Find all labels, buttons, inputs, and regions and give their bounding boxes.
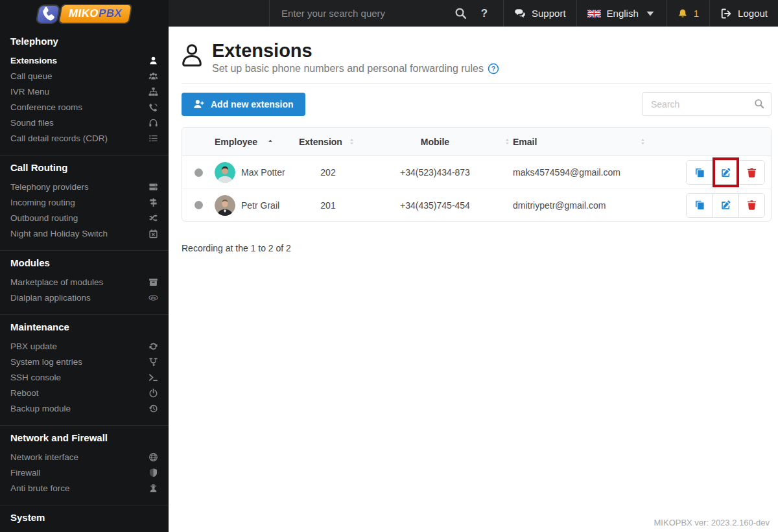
copy-extension-button[interactable]	[687, 161, 713, 184]
sidebar-item-system-log-entries[interactable]: System log entries	[10, 354, 158, 369]
logout-button[interactable]: Logout	[709, 0, 778, 27]
mobile-number: +34(435)745-454	[357, 200, 513, 211]
chevron-down-icon	[644, 8, 656, 19]
sidebar-item-network-interface[interactable]: Network interface	[10, 449, 158, 465]
shield-icon	[148, 468, 158, 478]
table-search-icon[interactable]	[754, 98, 764, 109]
status-dot	[194, 201, 203, 209]
support-button[interactable]: Support	[503, 0, 576, 27]
delete-extension-button[interactable]	[738, 194, 764, 217]
sidebar: MIKOPBX TelephonyExtensionsCall queueIVR…	[0, 0, 169, 532]
php-icon: php	[148, 293, 158, 303]
column-header-email[interactable]: Email	[513, 137, 683, 147]
box-icon	[148, 277, 158, 287]
sidebar-item-reboot[interactable]: Reboot	[10, 385, 158, 400]
random-icon	[148, 213, 158, 223]
delete-extension-button[interactable]	[738, 161, 764, 184]
mikopbx-logo[interactable]: MIKOPBX	[0, 0, 169, 27]
sidebar-item-night-and-holiday-switch[interactable]: Night and Holiday Switch	[10, 226, 158, 241]
sidebar-item-label: System log entries	[10, 357, 82, 367]
actions-cell	[683, 160, 771, 185]
svg-text:?: ?	[491, 65, 495, 73]
sidebar-item-backup-module[interactable]: Backup module	[10, 400, 158, 416]
column-header-employee[interactable]: Employee	[215, 137, 299, 147]
sidebar-item-dialplan-applications[interactable]: Dialplan applicationsphp	[10, 290, 158, 305]
call-log-icon	[148, 357, 158, 367]
sidebar-item-label: Dialplan applications	[10, 293, 91, 303]
column-header-mobile[interactable]: Mobile	[357, 137, 513, 147]
app-root: MIKOPBX TelephonyExtensionsCall queueIVR…	[0, 0, 778, 532]
edit-extension-button[interactable]	[713, 161, 738, 184]
sidebar-item-sound-files[interactable]: Sound files	[10, 115, 158, 130]
topbar-spacer	[169, 0, 269, 27]
employee-cell: Petr Grail	[215, 195, 299, 216]
sidebar-item-label: Conference rooms	[10, 102, 82, 112]
sidebar-item-conference-rooms[interactable]: Conference rooms	[10, 99, 158, 115]
sidebar-section-title: Telephony	[10, 36, 158, 47]
sidebar-item-firewall[interactable]: Firewall	[10, 465, 158, 480]
column-header-extension[interactable]: Extension	[299, 137, 357, 147]
sidebar-item-label: PBX update	[10, 341, 57, 351]
employee-name: Petr Grail	[241, 200, 279, 211]
sidebar-item-label: Backup module	[10, 404, 71, 413]
table-body: Max Potter202+34(523)434-873maks4574594@…	[182, 156, 771, 221]
sidebar-section-title: System	[10, 512, 158, 524]
uk-flag-icon	[587, 10, 601, 17]
topbar: ? Support English 1 Logout	[169, 0, 778, 27]
sidebar-item-label: SSH console	[10, 373, 61, 382]
page-title: Extensions	[212, 41, 499, 61]
brand-name-primary: MIKO	[68, 7, 100, 19]
calendar-times-icon	[148, 229, 158, 238]
sort-icon	[503, 137, 512, 146]
sidebar-item-label: Incoming routing	[10, 198, 75, 207]
sidebar-item-label: Outbound routing	[10, 213, 78, 223]
column-label: Employee	[215, 137, 257, 147]
brand-name-secondary: PBX	[98, 7, 124, 19]
global-search-input[interactable]	[280, 7, 444, 19]
trash-icon	[746, 200, 757, 211]
edit-extension-button[interactable]	[713, 194, 738, 217]
search-icon[interactable]	[454, 7, 467, 19]
sidebar-item-extensions[interactable]: Extensions	[10, 52, 158, 68]
sidebar-item-anti-brute-force[interactable]: Anti brute force	[10, 480, 158, 496]
comments-icon	[514, 8, 526, 19]
avatar	[215, 195, 235, 216]
language-selector[interactable]: English	[576, 0, 666, 27]
help-icon[interactable]: ?	[477, 7, 491, 20]
sidebar-item-telephony-providers[interactable]: Telephony providers	[10, 179, 158, 194]
status-cell	[182, 168, 215, 177]
add-extension-button[interactable]: Add new extension	[182, 93, 305, 116]
copy-extension-button[interactable]	[687, 194, 713, 217]
list-icon	[148, 133, 158, 143]
sidebar-item-call-detail-records-cdr[interactable]: Call detail records (CDR)	[10, 130, 158, 146]
sidebar-item-ssh-console[interactable]: SSH console	[10, 369, 158, 385]
sidebar-section-call-routing: Call RoutingTelephony providersIncoming …	[0, 155, 169, 250]
sidebar-item-label: Sound files	[10, 118, 54, 128]
sidebar-item-outbound-routing[interactable]: Outbound routing	[10, 210, 158, 226]
sidebar-item-ivr-menu[interactable]: IVR Menu	[10, 84, 158, 99]
sidebar-item-pbx-update[interactable]: PBX update	[10, 338, 158, 354]
sidebar-item-label: Telephony providers	[10, 182, 89, 192]
avatar	[215, 162, 235, 183]
table-header: Employee Extension Mobile Email	[182, 128, 771, 156]
svg-text:php: php	[150, 296, 156, 299]
column-label: Email	[513, 137, 537, 147]
sync-icon	[148, 341, 158, 351]
extension-number: 201	[299, 200, 357, 211]
sidebar-item-call-queue[interactable]: Call queue	[10, 68, 158, 84]
page-subtitle-text: Set up basic phone numbers and personal …	[212, 63, 484, 75]
table-search-input[interactable]	[642, 92, 772, 116]
email-address: dmitriypetr@gmail.com	[513, 200, 683, 211]
subtitle-help-icon[interactable]: ?	[488, 63, 499, 75]
sidebar-item-marketplace-of-modules[interactable]: Marketplace of modules	[10, 274, 158, 290]
status-cell	[182, 201, 215, 209]
sitemap-icon	[148, 87, 158, 97]
page-header: Extensions Set up basic phone numbers an…	[182, 41, 772, 84]
global-search: ?	[269, 0, 503, 27]
table-search	[642, 92, 772, 116]
notifications-button[interactable]: 1	[666, 0, 709, 27]
sidebar-item-general-settings[interactable]: General settings	[10, 529, 158, 532]
sidebar-item-incoming-routing[interactable]: Incoming routing	[10, 194, 158, 210]
toolbar: Add new extension	[182, 92, 772, 116]
employee-cell: Max Potter	[215, 162, 299, 183]
